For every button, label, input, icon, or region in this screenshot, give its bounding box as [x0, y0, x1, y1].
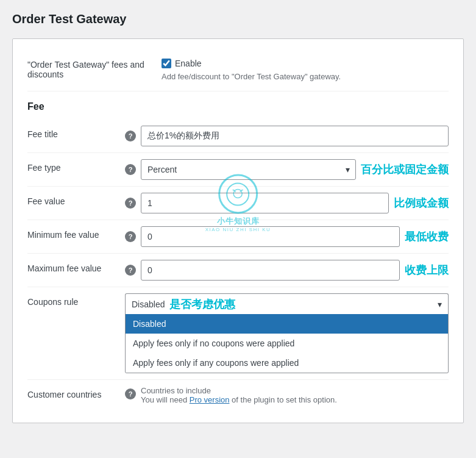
- minimum-fee-field: ? 最低收费: [125, 226, 449, 247]
- coupons-rule-dropdown: Disabled Apply fees only if no coupons w…: [125, 314, 449, 373]
- fee-type-select[interactable]: Percent Fixed: [141, 159, 356, 180]
- fees-discounts-row: "Order Test Gateway" fees and discounts …: [27, 51, 449, 91]
- fees-discounts-label: "Order Test Gateway" fees and discounts: [27, 59, 162, 79]
- maximum-fee-input[interactable]: [141, 260, 400, 281]
- help-icon-text: ?: [129, 267, 133, 274]
- maximum-fee-row: Maximum fee value ? 收费上限: [27, 254, 449, 287]
- enable-checkbox[interactable]: [162, 59, 171, 68]
- maximum-fee-help-icon[interactable]: ?: [125, 265, 136, 276]
- coupons-option-no-coupons[interactable]: Apply fees only if no coupons were appli…: [126, 334, 448, 353]
- coupons-rule-selected-content: Disabled 是否考虑优惠: [132, 297, 235, 312]
- customer-countries-help-icon[interactable]: ?: [125, 388, 136, 399]
- fee-type-select-wrapper: Percent Fixed ▾: [141, 159, 356, 180]
- fee-value-label: Fee value: [27, 193, 125, 206]
- minimum-fee-hint: 最低收费: [405, 229, 449, 244]
- customer-countries-row: Customer countries ? Countries to includ…: [27, 380, 449, 410]
- fees-discounts-content: Enable Add fee/discount to "Order Test G…: [162, 59, 449, 81]
- coupons-rule-hint: 是否考虑优惠: [169, 297, 235, 312]
- fee-title-help-icon[interactable]: ?: [125, 131, 136, 141]
- minimum-fee-row: Minimum fee value ? 最低收费: [27, 220, 449, 254]
- coupons-rule-row: Coupons rule Disabled 是否考虑优惠 ▾ Disabled: [27, 287, 449, 380]
- help-icon-text: ?: [129, 132, 133, 140]
- maximum-fee-label: Maximum fee value: [27, 260, 125, 273]
- countries-desc-text3: of the plugin to set this option.: [230, 395, 337, 404]
- minimum-fee-help-icon[interactable]: ?: [125, 231, 136, 242]
- enable-description: Add fee/discount to "Order Test Gateway"…: [162, 72, 449, 81]
- coupons-option-disabled[interactable]: Disabled: [126, 314, 448, 334]
- countries-desc-text1: You will need: [141, 395, 190, 404]
- help-icon-text: ?: [129, 199, 133, 207]
- fee-value-field: ? 比例或金额: [125, 193, 449, 213]
- fee-title-label: Fee title: [27, 126, 125, 139]
- pro-version-link[interactable]: Pro version: [190, 395, 230, 404]
- fee-section-heading: Fee: [27, 91, 449, 120]
- enable-checkbox-row: Enable: [162, 59, 449, 68]
- help-icon-text: ?: [129, 390, 133, 398]
- countries-description-line1: Countries to include: [141, 386, 337, 395]
- coupons-option-any-coupons[interactable]: Apply fees only if any coupons were appl…: [126, 353, 448, 373]
- fee-title-input[interactable]: [141, 126, 449, 146]
- customer-countries-field: ? Countries to include You will need Pro…: [125, 386, 449, 404]
- minimum-fee-label: Minimum fee value: [27, 226, 125, 240]
- coupons-rule-field: Disabled 是否考虑优惠 ▾ Disabled Apply fees on…: [125, 293, 449, 373]
- help-icon-text: ?: [129, 233, 133, 240]
- customer-countries-content: Countries to include You will need Pro v…: [141, 386, 337, 404]
- fee-value-row: Fee value ? 比例或金额: [27, 187, 449, 220]
- maximum-fee-field: ? 收费上限: [125, 260, 449, 281]
- content-area: "Order Test Gateway" fees and discounts …: [12, 38, 464, 423]
- fee-value-input[interactable]: [141, 193, 389, 213]
- fee-title-field: ?: [125, 126, 449, 146]
- maximum-fee-hint: 收费上限: [405, 263, 449, 277]
- coupons-rule-selected[interactable]: Disabled 是否考虑优惠 ▾: [125, 293, 449, 314]
- coupons-rule-label: Coupons rule: [27, 293, 125, 307]
- countries-description-line2: You will need Pro version of the plugin …: [141, 395, 337, 404]
- coupons-chevron-icon: ▾: [438, 299, 442, 309]
- enable-label: Enable: [175, 59, 202, 68]
- page-container: Order Test Gateway "Order Test Gateway" …: [12, 12, 464, 423]
- fee-title-row: Fee title ?: [27, 120, 449, 153]
- fee-value-hint: 比例或金额: [394, 196, 449, 210]
- fee-type-field: ? Percent Fixed ▾ 百分比或固定金额: [125, 159, 449, 180]
- coupons-rule-selected-text: Disabled: [132, 299, 165, 309]
- customer-countries-label: Customer countries: [27, 386, 125, 399]
- fee-type-row: Fee type ? Percent Fixed ▾ 百分比或固定金额: [27, 153, 449, 187]
- fee-type-help-icon[interactable]: ?: [125, 164, 136, 175]
- fee-value-help-icon[interactable]: ?: [125, 198, 136, 209]
- fee-type-hint: 百分比或固定金额: [361, 162, 449, 177]
- fee-type-label: Fee type: [27, 159, 125, 173]
- coupons-rule-field-inner: Disabled 是否考虑优惠 ▾ Disabled Apply fees on…: [125, 293, 449, 373]
- help-icon-text: ?: [129, 166, 133, 173]
- minimum-fee-input[interactable]: [141, 226, 400, 247]
- page-title: Order Test Gateway: [12, 12, 464, 26]
